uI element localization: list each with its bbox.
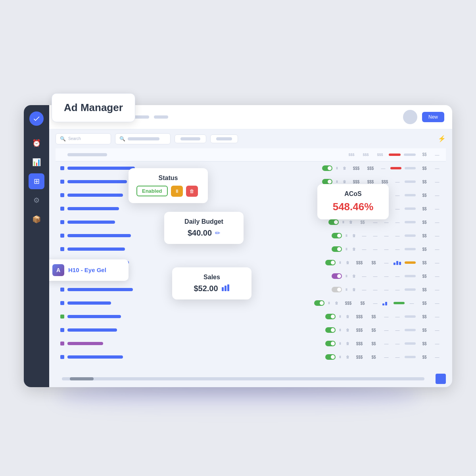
- pause-icon[interactable]: ⏸: [337, 259, 343, 266]
- toggle[interactable]: [325, 314, 336, 319]
- toggle[interactable]: [325, 341, 336, 346]
- sidebar-item-grid[interactable]: ⊞: [29, 173, 44, 189]
- pause-icon[interactable]: ⏸: [326, 300, 332, 306]
- row-name-bar: [67, 315, 121, 318]
- pause-icon[interactable]: ⏸: [343, 246, 349, 252]
- toggle[interactable]: [322, 165, 332, 171]
- filter-pill-2[interactable]: [210, 134, 238, 143]
- scroll-thumb[interactable]: [70, 377, 94, 380]
- pause-icon[interactable]: ⏸: [343, 273, 349, 279]
- cell-bar: [405, 329, 416, 331]
- toggle[interactable]: [322, 179, 332, 184]
- bar-seg: [399, 262, 401, 265]
- toggle[interactable]: [332, 233, 342, 238]
- pause-icon[interactable]: ⏸: [343, 232, 349, 239]
- toggle[interactable]: [325, 354, 336, 360]
- row-name-bar: [67, 342, 103, 345]
- sidebar: ⏰ 📊 ⊞ ⚙ 📦: [24, 105, 49, 387]
- cell-2: $$: [357, 301, 368, 305]
- delete-icon[interactable]: 🗑: [344, 354, 351, 360]
- delete-icon[interactable]: 🗑: [351, 232, 357, 239]
- cell-6: —: [433, 355, 441, 359]
- row-name-bar: [67, 328, 117, 332]
- new-button[interactable]: New: [422, 112, 444, 122]
- sidebar-item-chart[interactable]: 📊: [29, 154, 44, 170]
- pause-icon[interactable]: ⏸: [340, 219, 346, 225]
- toggle[interactable]: [328, 219, 339, 225]
- pause-icon[interactable]: ⏸: [334, 165, 340, 171]
- table-row: ⏸ 🗑 — — — — $$ —: [56, 229, 446, 243]
- delete-icon[interactable]: 🗑: [347, 219, 354, 225]
- delete-icon-action: 🗑: [190, 188, 194, 194]
- cell-3: —: [382, 233, 390, 238]
- edit-budget-icon[interactable]: ✏: [215, 229, 220, 237]
- row-dot: [60, 355, 64, 359]
- sidebar-item-clock[interactable]: ⏰: [29, 135, 44, 151]
- search-box-2[interactable]: 🔍: [115, 133, 171, 144]
- table-container: $$$ $$$ $$$ $$ —: [49, 148, 452, 370]
- toggle[interactable]: [325, 327, 336, 333]
- toggle[interactable]: [332, 246, 342, 252]
- pause-icon-action: ⏸: [175, 188, 179, 194]
- scroll-indicator[interactable]: [62, 377, 424, 380]
- filter-icon[interactable]: ⚡: [438, 135, 446, 142]
- delete-icon[interactable]: 🗑: [341, 165, 347, 171]
- delete-icon[interactable]: 🗑: [344, 313, 351, 320]
- search-box-1[interactable]: 🔍 Search: [56, 133, 111, 144]
- cell-2: $$: [368, 315, 379, 319]
- pause-icon[interactable]: ⏸: [337, 340, 343, 347]
- scroll-page-btn[interactable]: [436, 374, 446, 384]
- pause-icon[interactable]: ⏸: [337, 313, 343, 320]
- cell-bar: [405, 167, 416, 169]
- toggle-off[interactable]: [332, 287, 342, 292]
- cell-6: —: [433, 341, 441, 346]
- cell-5: $$: [419, 288, 430, 292]
- sidebar-item-settings[interactable]: ⚙: [29, 192, 44, 208]
- table-row: ⏸ 🗑 — — — — $$ —: [56, 243, 446, 256]
- filter-seg-1: [180, 137, 200, 140]
- delete-icon[interactable]: 🗑: [344, 340, 351, 347]
- cell-bar: [405, 180, 416, 183]
- cell-3: —: [382, 314, 390, 319]
- sales-value: $52.00: [194, 284, 218, 293]
- pause-action-btn[interactable]: ⏸: [171, 186, 183, 197]
- delete-action-btn[interactable]: 🗑: [186, 186, 198, 197]
- delete-icon[interactable]: 🗑: [333, 300, 340, 306]
- cell-bar: [405, 207, 416, 210]
- daily-budget-value: $40.00: [188, 228, 212, 238]
- cell-5: $$: [419, 355, 430, 359]
- toggle[interactable]: [325, 260, 336, 265]
- sidebar-item-box[interactable]: 📦: [29, 211, 44, 227]
- delete-icon[interactable]: 🗑: [351, 246, 357, 252]
- toggle-group: ⏸ 🗑: [325, 313, 351, 320]
- row-name-bar: [67, 301, 111, 305]
- cell-4: —: [393, 247, 401, 251]
- cell-5: $$: [419, 234, 430, 238]
- cell-5: —: [408, 301, 416, 305]
- cell-1: $$$: [354, 342, 365, 346]
- cell-bar: [405, 342, 416, 345]
- table-row: ⏸ 🗑 $$$ $$$ — $$ —: [56, 162, 446, 175]
- delete-icon[interactable]: 🗑: [351, 286, 357, 293]
- cell-3: —: [382, 220, 390, 225]
- sales-chart-icon[interactable]: [221, 284, 230, 293]
- cell-3: —: [379, 166, 387, 171]
- toggle[interactable]: [332, 273, 342, 279]
- filter-pill-1[interactable]: [175, 134, 206, 143]
- cell-3: —: [382, 341, 390, 346]
- pause-icon[interactable]: ⏸: [337, 354, 343, 360]
- delete-icon[interactable]: 🗑: [344, 327, 351, 333]
- cell-6: —: [433, 206, 441, 211]
- toggle[interactable]: [314, 300, 324, 306]
- cell-3: $$$: [379, 180, 390, 184]
- toggle-group: ⏸ 🗑: [325, 340, 351, 347]
- bar-seg: [382, 303, 384, 305]
- delete-icon[interactable]: 🗑: [351, 273, 357, 279]
- cell-2: $$: [368, 328, 379, 332]
- cell-6: —: [433, 247, 441, 251]
- pause-icon[interactable]: ⏸: [343, 286, 349, 293]
- delete-icon[interactable]: 🗑: [344, 259, 351, 266]
- pause-icon[interactable]: ⏸: [337, 327, 343, 333]
- scroll-bottom-bar: [49, 370, 452, 387]
- cell-4: —: [393, 220, 401, 225]
